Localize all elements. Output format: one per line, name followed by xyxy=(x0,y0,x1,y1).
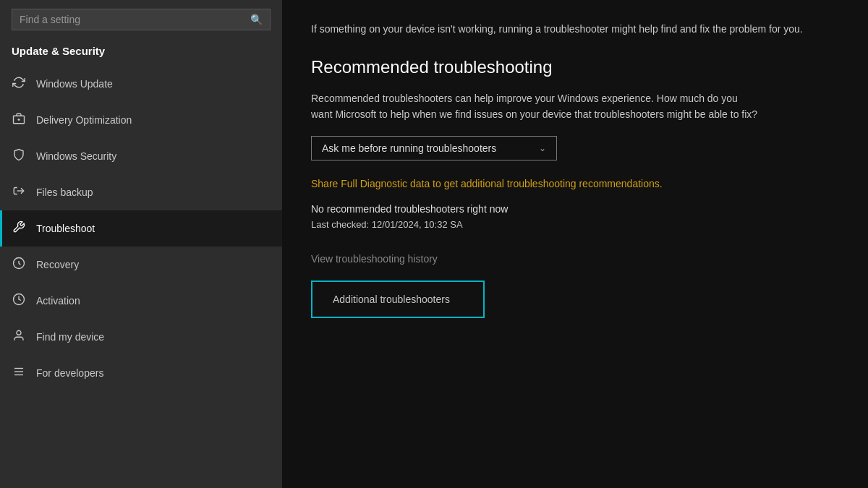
dropdown-label: Ask me before running troubleshooters xyxy=(322,142,496,154)
view-history-link[interactable]: View troubleshooting history xyxy=(311,253,839,265)
sidebar-item-troubleshoot[interactable]: Troubleshoot xyxy=(0,210,282,247)
nav-list: Windows UpdateDelivery OptimizationWindo… xyxy=(0,66,282,391)
backup-icon xyxy=(12,184,26,200)
sidebar-item-label-find-my-device: Find my device xyxy=(36,331,104,343)
activation-icon xyxy=(12,293,26,309)
svg-point-6 xyxy=(17,330,21,335)
sidebar-item-files-backup[interactable]: Files backup xyxy=(0,174,282,210)
recovery-icon xyxy=(12,257,26,273)
delivery-icon xyxy=(12,112,26,128)
sidebar: 🔍 Update & Security Windows UpdateDelive… xyxy=(0,0,282,488)
sidebar-item-label-windows-update: Windows Update xyxy=(36,78,113,90)
sidebar-item-activation[interactable]: Activation xyxy=(0,283,282,319)
search-icon: 🔍 xyxy=(250,14,263,25)
update-icon xyxy=(12,76,26,92)
person-icon xyxy=(12,329,26,345)
recommended-heading: Recommended troubleshooting xyxy=(311,57,839,77)
main-content: If something on your device isn't workin… xyxy=(282,0,868,488)
developers-icon xyxy=(12,365,26,381)
last-checked-text: Last checked: 12/01/2024, 10:32 SA xyxy=(311,219,839,230)
no-troubleshooters-text: No recommended troubleshooters right now xyxy=(311,203,839,215)
sidebar-item-label-troubleshoot: Troubleshoot xyxy=(36,223,95,234)
sidebar-item-label-files-backup: Files backup xyxy=(36,187,93,198)
sidebar-item-windows-update[interactable]: Windows Update xyxy=(0,66,282,102)
search-bar[interactable]: 🔍 xyxy=(12,9,271,30)
sidebar-item-delivery-optimization[interactable]: Delivery Optimization xyxy=(0,102,282,138)
sidebar-item-recovery[interactable]: Recovery xyxy=(0,247,282,283)
sidebar-item-find-my-device[interactable]: Find my device xyxy=(0,319,282,355)
share-diagnostic-link[interactable]: Share Full Diagnostic data to get additi… xyxy=(311,176,731,192)
chevron-down-icon: ⌄ xyxy=(539,143,546,153)
sidebar-item-windows-security[interactable]: Windows Security xyxy=(0,138,282,174)
sidebar-item-for-developers[interactable]: For developers xyxy=(0,355,282,391)
troubleshooter-dropdown[interactable]: Ask me before running troubleshooters ⌄ xyxy=(311,136,557,160)
sidebar-item-label-windows-security: Windows Security xyxy=(36,150,116,162)
shield-icon xyxy=(12,148,26,164)
wrench-icon xyxy=(12,221,26,236)
sidebar-item-label-delivery-optimization: Delivery Optimization xyxy=(36,114,132,126)
description-text: Recommended troubleshooters can help imp… xyxy=(311,90,760,123)
sidebar-item-label-activation: Activation xyxy=(36,295,80,307)
sidebar-item-label-recovery: Recovery xyxy=(36,259,79,270)
intro-text: If something on your device isn't workin… xyxy=(311,22,817,37)
sidebar-item-label-for-developers: For developers xyxy=(36,367,103,379)
search-input[interactable] xyxy=(20,14,250,25)
additional-troubleshooters-button[interactable]: Additional troubleshooters xyxy=(311,281,485,318)
section-title: Update & Security xyxy=(0,42,282,66)
